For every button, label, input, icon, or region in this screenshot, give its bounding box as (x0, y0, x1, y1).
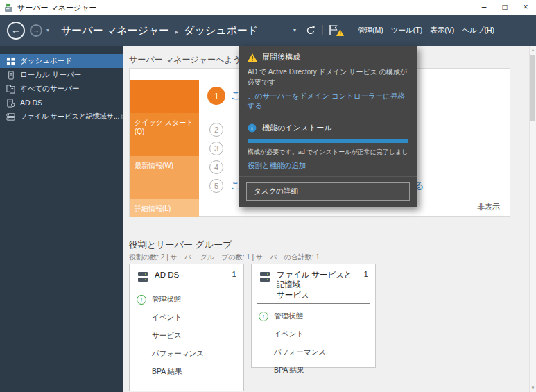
status-ok-icon: ↑ (259, 312, 268, 321)
breadcrumb-separator-icon: ▸ (175, 26, 178, 35)
step-4-number: 4 (209, 160, 223, 174)
feature-installation-section: 機能のインストール 構成が必要です。ad でインストールが正常に完了しました。 … (239, 117, 417, 177)
minimize-button[interactable]: – (474, 0, 494, 15)
step-1-number: 1 (207, 87, 225, 105)
menu-help[interactable]: ヘルプ(H) (462, 26, 494, 35)
all-servers-icon (6, 85, 15, 94)
card-server-count: 1 (364, 270, 368, 278)
card-title[interactable]: ファイル サービスと記憶域 サービス (277, 270, 354, 300)
install-progress-bar (248, 139, 408, 143)
card-row-events[interactable]: イベント (137, 309, 236, 327)
ad-ds-server-icon (137, 271, 149, 283)
card-row-performance[interactable]: パフォーマンス (137, 345, 236, 363)
file-storage-services-icon (6, 112, 15, 121)
card-title[interactable]: AD DS (155, 270, 179, 280)
step-5-number: 5 (209, 179, 223, 193)
notifications-flyout: 展開後構成 AD で Active Directory ドメイン サービス の構… (239, 46, 417, 207)
sidebar-item-local-server[interactable]: ローカル サーバー (0, 68, 123, 82)
warning-badge-icon (336, 26, 344, 39)
role-card-file-storage-services: ファイル サービスと記憶域 サービス 1 ↑ 管理状態 イベント パフォーマンス… (251, 264, 376, 368)
local-server-icon (6, 71, 15, 80)
dashboard-icon (6, 57, 15, 66)
history-dropdown-caret-icon[interactable]: ▾ (46, 27, 49, 33)
menu-view[interactable]: 表示(V) (430, 26, 454, 35)
step-2-number: 2 (209, 123, 223, 137)
menu-bar: 管理(M) ツール(T) 表示(V) ヘルプ(H) (358, 15, 494, 46)
status-ok-icon: ↑ (137, 295, 146, 305)
scrollbar-down-icon[interactable]: ▼ (530, 384, 536, 392)
breadcrumb-root[interactable]: サーバー マネージャー (61, 24, 169, 37)
quick-start-tab[interactable]: クイック スタート(Q) (130, 113, 199, 156)
back-button[interactable]: ← (7, 22, 25, 40)
server-manager-app-icon (4, 3, 13, 12)
breadcrumb: サーバー マネージャー ▸ ダッシュボード (61, 15, 258, 46)
breadcrumb-current[interactable]: ダッシュボード (184, 24, 258, 37)
quickstart-step-4: 4 (209, 160, 231, 174)
card-row-bpa-results[interactable]: BPA 結果 (137, 363, 236, 381)
file-services-server-icon (259, 271, 271, 283)
nav-separator: | (321, 24, 324, 35)
card-row-performance[interactable]: パフォーマンス (259, 343, 368, 361)
scope-dropdown-caret-icon[interactable]: ▾ (293, 27, 296, 33)
scrollbar-up-icon[interactable]: ▲ (530, 46, 536, 54)
warning-triangle-icon (248, 53, 257, 62)
maximize-button[interactable]: □ (494, 0, 515, 15)
nav-bar: ← → ▾ サーバー マネージャー ▸ ダッシュボード ▾ | 管理(M) ツー… (0, 15, 536, 46)
card-row-bpa-results[interactable]: BPA 結果 (259, 361, 368, 380)
feature-installation-message: 構成が必要です。ad でインストールが正常に完了しました。 (248, 148, 408, 157)
sidebar-item-all-servers[interactable]: すべてのサーバー (0, 82, 123, 96)
sidebar-item-file-storage-services[interactable]: ファイル サービスと記憶域サ... ▷ (0, 110, 123, 123)
menu-tools[interactable]: ツール(T) (391, 26, 422, 35)
ad-ds-icon (6, 99, 15, 108)
task-details-button[interactable]: タスクの詳細 (246, 182, 410, 201)
hide-welcome-link[interactable]: 非表示 (477, 202, 500, 212)
roles-section-heading: 役割とサーバー グループ (129, 239, 232, 251)
quickstart-step-2: 2 (209, 123, 231, 137)
window-controls: – □ × (474, 0, 536, 15)
welcome-hero-tile (130, 80, 199, 113)
scrollbar-thumb[interactable] (530, 55, 535, 121)
card-row-events[interactable]: イベント (259, 325, 368, 343)
post-deployment-title: 展開後構成 (262, 52, 300, 62)
menu-manage[interactable]: 管理(M) (358, 26, 383, 35)
add-roles-features-link[interactable]: 役割と機能の追加 (248, 161, 408, 171)
window-title: サーバー マネージャー (17, 3, 97, 13)
info-icon (248, 123, 257, 133)
whats-new-tab[interactable]: 最新情報(W) (130, 156, 199, 199)
roles-section-summary: 役割の数: 2 | サーバー グループの数: 1 | サーバーの合計数: 1 (129, 253, 320, 262)
card-server-count: 1 (232, 270, 236, 278)
title-bar: サーバー マネージャー – □ × (0, 0, 536, 15)
quickstart-step-3: 3 (209, 142, 231, 155)
role-card-ad-ds: AD DS 1 ↑ 管理状態 イベント サービス パフォーマンス BPA 結果 (129, 264, 244, 391)
sidebar-item-dashboard[interactable]: ダッシュボード (0, 54, 123, 68)
refresh-icon[interactable] (306, 26, 315, 38)
sidebar: ダッシュボード ローカル サーバー すべてのサーバー AD DS ファイル サー… (0, 46, 123, 392)
card-row-manageability[interactable]: ↑ 管理状態 (137, 291, 236, 309)
sidebar-item-ad-ds[interactable]: AD DS (0, 96, 123, 110)
install-progress-fill (248, 139, 408, 143)
card-row-manageability[interactable]: ↑ 管理状態 (259, 307, 368, 325)
learn-more-tab[interactable]: 詳細情報(L) (130, 199, 199, 217)
step-3-number: 3 (209, 142, 223, 155)
forward-button[interactable]: → (30, 24, 42, 37)
notifications-flag-icon[interactable] (328, 24, 340, 37)
vertical-scrollbar: ▲ ▼ (529, 46, 536, 392)
close-button[interactable]: × (515, 0, 536, 15)
promote-domain-controller-link[interactable]: このサーバーをドメイン コントローラーに昇格する (248, 92, 408, 111)
card-row-services[interactable]: サービス (137, 327, 236, 345)
post-deployment-message: AD で Active Directory ドメイン サービス の構成が必要です (248, 67, 408, 87)
feature-installation-title: 機能のインストール (262, 123, 332, 133)
post-deployment-section: 展開後構成 AD で Active Directory ドメイン サービス の構… (239, 46, 417, 117)
